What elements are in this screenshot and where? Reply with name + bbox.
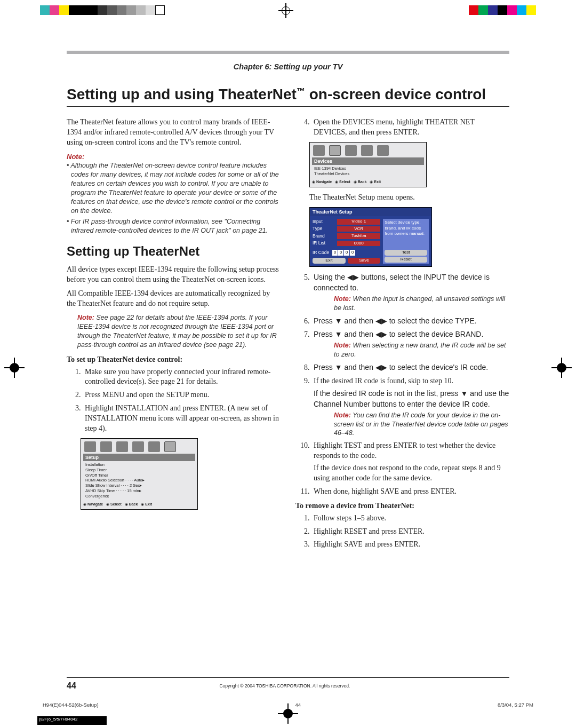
body-text: All device types except IEEE-1394 requir… xyxy=(67,265,281,285)
menu-items: IEE-1394 DevicesTheaterNet Devices xyxy=(312,165,424,179)
file-info-right: 8/3/04, 5:27 PM xyxy=(498,702,533,708)
file-info-line: H94(E)044-52(6b-Setup) 44 8/3/04, 5:27 P… xyxy=(43,702,533,708)
help-text: Select device type, brand, and IR code f… xyxy=(385,220,427,237)
column-right: Open the DEVICES menu, highlight THEATER… xyxy=(295,117,509,554)
chapter-heading: Chapter 6: Setting up your TV xyxy=(67,62,509,71)
note-block: Note: Although the TheaterNet on-screen … xyxy=(67,152,281,236)
step-7: Press ▼ and then ◀▶ to select the device… xyxy=(311,329,509,359)
title-pre: Setting up and using TheaterNet xyxy=(67,86,297,102)
trademark-symbol: ™ xyxy=(297,86,305,96)
steps-list: Open the DEVICES menu, highlight THEATER… xyxy=(311,117,509,138)
test-button: Test xyxy=(385,250,427,256)
page-number: 44 xyxy=(67,681,76,691)
setup-menu-screenshot: Setup InstallationSleep TimerOn/Off Time… xyxy=(81,438,198,510)
ircode-label: IR Code xyxy=(313,250,329,256)
step-9: If the desired IR code is found, skip to… xyxy=(311,376,509,438)
black-strip: (E/F)6_5/5/7H94042 xyxy=(37,716,107,725)
menu-navbar: ◉ Navigate◉ Select◉ Back◉ Exit xyxy=(83,501,195,507)
note-list: Although the TheaterNet on-screen device… xyxy=(67,161,281,235)
step-item: Highlight RESET and press ENTER. xyxy=(311,527,509,537)
step-4: Open the DEVICES menu, highlight THEATER… xyxy=(311,117,509,138)
steps-list: Using the ◀▶ buttons, select the INPUT t… xyxy=(311,272,509,497)
procedure-heading: To remove a device from TheaterNet: xyxy=(295,501,509,511)
help-panel: Select device type, brand, and IR code f… xyxy=(383,219,429,264)
page-content: Chapter 6: Setting up your TV Setting up… xyxy=(67,51,509,691)
ircode-digits: 0000 xyxy=(332,250,355,255)
column-left: The TheaterNet feature allows you to con… xyxy=(67,117,281,554)
indent-note: Note: See page 22 for details about the … xyxy=(77,313,281,350)
page-footer: 44 Copyright © 2004 TOSHIBA CORPORATION.… xyxy=(67,677,509,691)
popup-title: TheaterNet Setup xyxy=(310,208,431,216)
body-text: All Compatible IEEE-1394 devices are aut… xyxy=(67,289,281,309)
title-post: on-screen device control xyxy=(305,86,486,102)
note-label: Note: xyxy=(77,314,94,321)
step-item: Press MENU and open the SETUP menu. xyxy=(83,390,281,400)
color-swatches-left xyxy=(40,5,165,15)
theaternet-setup-screenshot: TheaterNet Setup InputVideo 1TypeVCRBran… xyxy=(309,207,432,267)
exit-button: Exit xyxy=(313,258,346,264)
caption: The TheaterNet Setup menu opens. xyxy=(309,193,509,203)
step-item: Follow steps 1–5 above. xyxy=(311,513,509,524)
file-info-left: H94(E)044-52(6b-Setup) xyxy=(43,702,99,708)
step-item: Highlight SAVE and press ENTER. xyxy=(311,540,509,550)
page-title: Setting up and using TheaterNet™ on-scre… xyxy=(67,86,509,107)
register-cross-top xyxy=(278,3,293,18)
intro-paragraph: The TheaterNet feature allows you to con… xyxy=(67,117,281,148)
print-register-top xyxy=(0,0,576,32)
step-10: Highlight TEST and press ENTER to test w… xyxy=(311,441,509,484)
procedure-heading: To set up TheaterNet device control: xyxy=(67,355,281,365)
step-8: Press ▼ and then ◀▶ to select the device… xyxy=(311,362,509,373)
menu-items: InstallationSleep TimerOn/Off TimerHDMI … xyxy=(83,461,195,501)
register-mark-right xyxy=(551,358,572,378)
note-heading: Note: xyxy=(67,152,281,162)
menu-tab: Devices xyxy=(312,157,424,165)
note-text: See page 22 for details about the IEEE-1… xyxy=(77,314,277,349)
step-5: Using the ◀▶ buttons, select the INPUT t… xyxy=(311,272,509,313)
save-button: Save xyxy=(348,258,381,264)
register-mark-left xyxy=(4,358,25,378)
color-swatches-right xyxy=(469,5,536,15)
menu-tab: Setup xyxy=(83,454,195,461)
step-item: Highlight INSTALLATION and press ENTER. … xyxy=(83,403,281,434)
step-11: When done, highlight SAVE and press ENTE… xyxy=(311,487,509,497)
step-item: Make sure you have properly connected yo… xyxy=(83,367,281,387)
reset-button: Reset xyxy=(385,257,427,263)
steps-list: Follow steps 1–5 above.Highlight RESET a… xyxy=(311,513,509,550)
step-6: Press ▼ and then ◀▶ to select the device… xyxy=(311,316,509,327)
menu-navbar: ◉ Navigate◉ Select◉ Back◉ Exit xyxy=(312,178,424,184)
section-heading: Setting up TheaterNet xyxy=(67,243,281,260)
steps-list: Make sure you have properly connected yo… xyxy=(83,367,281,434)
copyright: Copyright © 2004 TOSHIBA CORPORATION. Al… xyxy=(219,683,350,689)
devices-menu-screenshot: Devices IEE-1394 DevicesTheaterNet Devic… xyxy=(309,142,427,187)
file-info-mid: 44 xyxy=(295,702,301,708)
note-item: For IR pass-through device control infor… xyxy=(67,217,281,235)
note-item: Although the TheaterNet on-screen device… xyxy=(67,161,281,215)
header-rule xyxy=(67,51,509,54)
